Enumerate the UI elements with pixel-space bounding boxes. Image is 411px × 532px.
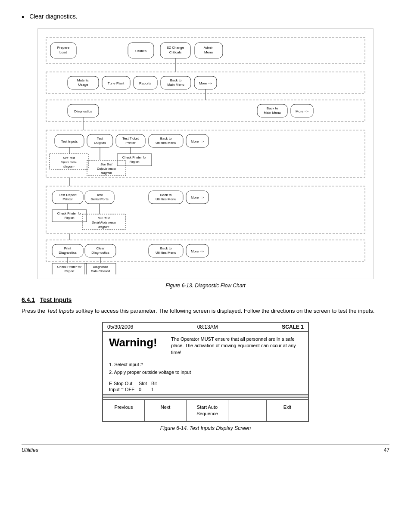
section-number: 6.4.1 bbox=[22, 296, 35, 303]
svg-text:Print: Print bbox=[64, 246, 72, 250]
svg-text:Diagnostics: Diagnostics bbox=[74, 109, 92, 113]
warning-label: Warning! bbox=[109, 336, 165, 356]
previous-button[interactable]: Previous bbox=[103, 400, 145, 421]
svg-text:Serial Ports menu: Serial Ports menu bbox=[92, 221, 116, 224]
footer-left: Utilities bbox=[22, 447, 38, 453]
svg-text:Test: Test bbox=[97, 193, 103, 197]
svg-text:Utilities Menu: Utilities Menu bbox=[156, 251, 176, 255]
svg-text:Check Printer for: Check Printer for bbox=[122, 156, 147, 159]
svg-text:Serial Ports: Serial Ports bbox=[90, 197, 108, 201]
sequence-label: Sequence bbox=[196, 411, 218, 416]
bit-label: Bit bbox=[151, 380, 161, 386]
warning-text: The Operator MUST ensure that all person… bbox=[171, 336, 302, 356]
screen-data: E-Stop Out Slot Bit Input = OFF 0 1 bbox=[103, 379, 308, 394]
svg-text:Diagnostics: Diagnostics bbox=[59, 251, 76, 255]
svg-text:Utilities Menu: Utilities Menu bbox=[156, 197, 176, 201]
svg-text:More =>: More => bbox=[191, 196, 204, 199]
svg-text:Data Cleared: Data Cleared bbox=[91, 269, 110, 273]
slot-label: Slot bbox=[139, 380, 151, 386]
screen-instructions: 1. Select input # 2. Apply proper outsid… bbox=[103, 358, 308, 379]
svg-text:Report: Report bbox=[130, 160, 140, 164]
svg-text:Outputs menu: Outputs menu bbox=[97, 167, 116, 171]
svg-text:Test Inputs: Test Inputs bbox=[61, 140, 78, 143]
col2-label: Input = OFF bbox=[109, 386, 139, 392]
svg-text:Clear: Clear bbox=[96, 246, 104, 250]
svg-text:diagram: diagram bbox=[98, 225, 109, 229]
screen-caption: Figure 6-14. Test Inputs Display Screen bbox=[22, 425, 389, 431]
screen-scale: SCALE 1 bbox=[282, 324, 304, 330]
svg-rect-27 bbox=[46, 100, 365, 121]
svg-text:Load: Load bbox=[59, 50, 67, 54]
section-heading-container: 6.4.1 Test Inputs bbox=[22, 296, 389, 303]
svg-text:See Test: See Test bbox=[100, 163, 112, 166]
empty-button bbox=[228, 400, 267, 421]
svg-text:diagram: diagram bbox=[101, 171, 112, 175]
svg-text:Back to: Back to bbox=[160, 246, 172, 250]
svg-text:Back to: Back to bbox=[160, 137, 172, 140]
svg-text:Material: Material bbox=[77, 78, 90, 82]
svg-text:See Test: See Test bbox=[98, 217, 110, 220]
start-auto-button[interactable]: Start Auto Sequence bbox=[187, 400, 228, 421]
next-button[interactable]: Next bbox=[145, 400, 187, 421]
bullet-point: • Clear diagnostics. bbox=[22, 13, 389, 22]
exit-button[interactable]: Exit bbox=[267, 400, 308, 421]
svg-text:Main Menu: Main Menu bbox=[264, 111, 281, 115]
svg-text:Criticals: Criticals bbox=[169, 50, 181, 54]
bullet-symbol: • bbox=[22, 13, 24, 22]
display-screen: 05/30/2006 08:13AM SCALE 1 Warning! The … bbox=[102, 322, 309, 422]
svg-text:Report: Report bbox=[65, 269, 75, 273]
screen-buttons: Previous Next Start Auto Sequence Exit bbox=[103, 399, 308, 421]
footer-right: 47 bbox=[384, 447, 389, 453]
svg-text:Usage: Usage bbox=[78, 83, 88, 87]
svg-text:Outputs: Outputs bbox=[94, 141, 106, 145]
svg-text:Inputs menu: Inputs menu bbox=[61, 161, 78, 164]
svg-text:diagram: diagram bbox=[63, 165, 74, 168]
svg-text:Menu: Menu bbox=[204, 50, 213, 54]
svg-text:Test: Test bbox=[97, 137, 103, 140]
svg-text:Main Menu: Main Menu bbox=[167, 83, 184, 87]
col1-label: E-Stop Out bbox=[109, 380, 139, 386]
svg-text:Test Ticket: Test Ticket bbox=[122, 137, 139, 140]
step1-text: 1. Select input # bbox=[109, 361, 302, 369]
svg-text:More =>: More => bbox=[191, 249, 204, 253]
screen-time: 08:13AM bbox=[197, 324, 218, 330]
svg-text:Check Printer for: Check Printer for bbox=[57, 265, 82, 269]
svg-text:Back to: Back to bbox=[160, 193, 172, 197]
svg-text:Diagnostic: Diagnostic bbox=[93, 265, 108, 269]
para-text-before: Press the bbox=[22, 308, 47, 314]
bit-val: 1 bbox=[151, 386, 161, 392]
svg-text:Back to: Back to bbox=[267, 106, 278, 110]
page-footer: Utilities 47 bbox=[22, 444, 389, 453]
flow-chart-diagram: Prepare Load Utilities EZ Change Critica… bbox=[37, 28, 374, 279]
start-auto-label: Start Auto bbox=[197, 404, 218, 410]
screen-date: 05/30/2006 bbox=[107, 324, 133, 330]
svg-text:Printer: Printer bbox=[62, 197, 73, 201]
flow-chart-svg: Prepare Load Utilities EZ Change Critica… bbox=[42, 33, 369, 274]
svg-text:Reports: Reports bbox=[139, 81, 151, 85]
svg-rect-36 bbox=[46, 130, 365, 177]
svg-rect-65 bbox=[46, 186, 365, 233]
svg-text:More =>: More => bbox=[296, 109, 308, 113]
slot-val: 0 bbox=[139, 386, 151, 392]
svg-text:Test Report: Test Report bbox=[59, 193, 77, 197]
svg-text:EZ Change: EZ Change bbox=[167, 46, 184, 50]
diagram-caption: Figure 6-13. Diagnostic Flow Chart bbox=[22, 283, 389, 289]
section-paragraph: Press the Test Inputs softkey to access … bbox=[22, 307, 389, 315]
screen-body: Warning! The Operator MUST ensure that a… bbox=[103, 332, 308, 358]
svg-text:Diagnostics: Diagnostics bbox=[91, 251, 109, 255]
svg-text:Admin: Admin bbox=[204, 46, 214, 50]
para-text-after: softkey to access this parameter. The fo… bbox=[74, 308, 375, 314]
para-italic: Test Inputs bbox=[47, 308, 74, 314]
screen-divider bbox=[103, 394, 308, 398]
svg-text:Utilities Menu: Utilities Menu bbox=[156, 141, 176, 145]
svg-text:Report: Report bbox=[65, 216, 75, 220]
bullet-text: Clear diagnostics. bbox=[29, 13, 77, 20]
svg-text:Utilities: Utilities bbox=[135, 49, 146, 53]
svg-text:Tune Plant: Tune Plant bbox=[108, 81, 125, 85]
svg-text:See Test: See Test bbox=[63, 156, 75, 159]
svg-text:Printer: Printer bbox=[125, 141, 136, 145]
screen-top-bar: 05/30/2006 08:13AM SCALE 1 bbox=[103, 323, 308, 332]
svg-text:More =>: More => bbox=[191, 140, 204, 143]
section-title: Test Inputs bbox=[40, 296, 72, 303]
svg-text:Back to: Back to bbox=[170, 78, 182, 82]
